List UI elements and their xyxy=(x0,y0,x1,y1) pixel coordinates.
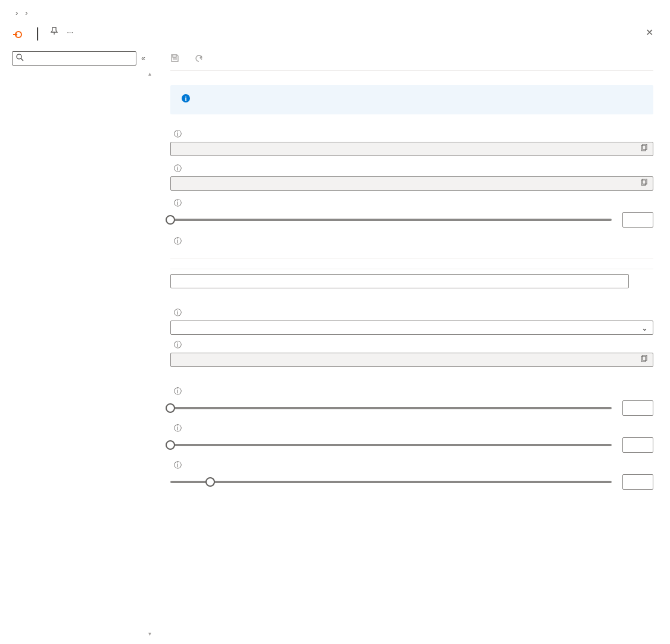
copy-icon[interactable] xyxy=(640,355,648,365)
ttl-value[interactable] xyxy=(622,400,653,416)
main-content: i ⓘ ⓘ ⓘ xyxy=(154,49,670,639)
policy-select[interactable]: ⌄ xyxy=(170,321,653,335)
info-icon[interactable]: ⓘ xyxy=(174,423,182,434)
svg-rect-9 xyxy=(641,356,646,362)
scroll-up-icon: ▴ xyxy=(148,70,151,77)
info-icon[interactable]: ⓘ xyxy=(174,236,182,247)
slider-thumb[interactable] xyxy=(166,215,175,225)
info-icon[interactable]: ⓘ xyxy=(174,307,182,318)
svg-text:i: i xyxy=(185,95,186,102)
undo-button[interactable] xyxy=(195,54,207,64)
eh-name-field xyxy=(170,176,653,191)
scroll-down-icon: ▾ xyxy=(148,630,151,637)
svg-rect-5 xyxy=(641,145,646,151)
copy-icon[interactable] xyxy=(640,179,648,188)
svg-rect-8 xyxy=(643,179,647,184)
slider-thumb[interactable] xyxy=(205,477,215,487)
info-icon[interactable]: ⓘ xyxy=(174,198,182,209)
info-icon[interactable]: ⓘ xyxy=(174,163,182,174)
sidebar-search[interactable] xyxy=(12,51,136,66)
info-icon[interactable]: ⓘ xyxy=(174,386,182,397)
consumer-group-create[interactable] xyxy=(170,274,629,288)
save-icon xyxy=(170,54,179,64)
endpoint-field xyxy=(170,353,653,367)
collapse-sidebar-icon[interactable]: « xyxy=(141,54,145,63)
info-banner: i xyxy=(170,85,653,114)
undo-icon xyxy=(195,54,204,64)
more-icon[interactable]: ··· xyxy=(67,27,73,36)
page-header: | ··· ✕ xyxy=(0,17,670,49)
toolbar xyxy=(170,49,653,71)
info-icon[interactable]: ⓘ xyxy=(174,460,182,471)
feedback-value[interactable] xyxy=(622,437,653,453)
save-button[interactable] xyxy=(170,54,183,64)
max-delivery-slider[interactable] xyxy=(170,481,612,483)
info-icon[interactable]: ⓘ xyxy=(174,129,182,139)
consumer-group-input[interactable] xyxy=(176,276,624,287)
iot-hub-icon xyxy=(12,28,25,43)
retain-slider[interactable] xyxy=(170,219,612,221)
chevron-right-icon: › xyxy=(15,8,18,17)
info-icon[interactable]: ⓘ xyxy=(174,340,182,350)
retain-value[interactable] xyxy=(622,212,653,228)
svg-rect-7 xyxy=(641,180,646,185)
search-icon xyxy=(16,54,24,63)
consumer-groups-header xyxy=(170,249,653,259)
chevron-down-icon: ⌄ xyxy=(641,323,648,332)
info-icon: i xyxy=(181,94,191,106)
ttl-slider[interactable] xyxy=(170,407,612,409)
sidebar-search-input[interactable] xyxy=(27,54,132,64)
sidebar: « ▴ ▾ xyxy=(0,49,154,639)
slider-thumb[interactable] xyxy=(166,403,175,413)
max-delivery-value[interactable] xyxy=(622,474,653,490)
pin-icon[interactable] xyxy=(50,27,58,37)
copy-icon[interactable] xyxy=(640,144,648,154)
feedback-slider[interactable] xyxy=(170,444,612,446)
chevron-right-icon: › xyxy=(25,8,27,17)
svg-rect-6 xyxy=(643,144,647,150)
page-title: | xyxy=(31,24,39,41)
close-icon[interactable]: ✕ xyxy=(646,24,658,38)
svg-point-1 xyxy=(17,54,21,59)
svg-rect-10 xyxy=(643,355,647,360)
svg-line-2 xyxy=(21,58,23,61)
slider-thumb[interactable] xyxy=(166,440,175,450)
consumer-group-default xyxy=(170,259,653,269)
partitions-field xyxy=(170,142,653,156)
breadcrumb: › › xyxy=(0,0,670,17)
